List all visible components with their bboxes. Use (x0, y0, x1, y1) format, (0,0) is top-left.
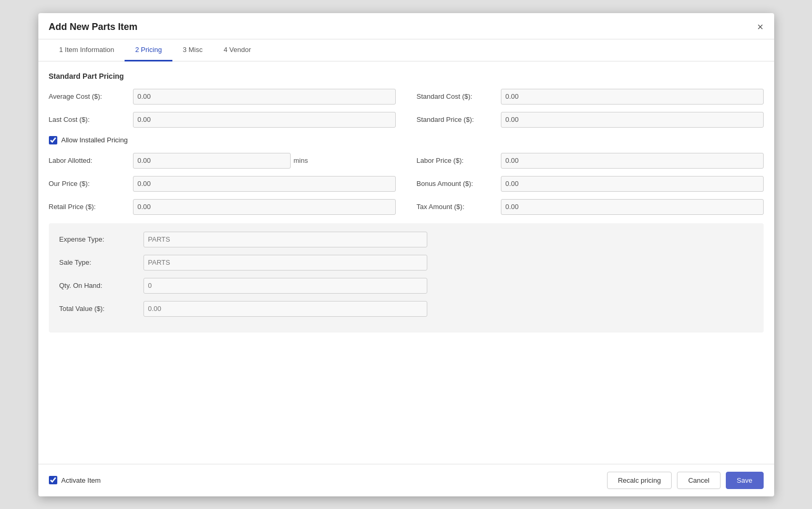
last-cost-col: Last Cost ($): (49, 112, 396, 128)
close-button[interactable]: × (757, 22, 764, 32)
last-cost-input[interactable] (133, 112, 396, 128)
bonus-amount-label: Bonus Amount ($): (417, 180, 501, 188)
standard-price-col: Standard Price ($): (396, 112, 764, 128)
bonus-amount-input[interactable] (501, 176, 764, 192)
tax-amount-input[interactable] (501, 199, 764, 215)
average-cost-col: Average Cost ($): (49, 89, 396, 105)
tab-vendor[interactable]: 4 Vendor (213, 39, 261, 61)
labor-allotted-label: Labor Allotted: (49, 157, 133, 164)
average-cost-label: Average Cost ($): (49, 92, 133, 100)
labor-allotted-input-wrapper: mins (133, 153, 396, 169)
standard-cost-label: Standard Cost ($): (417, 92, 501, 100)
standard-price-label: Standard Price ($): (417, 116, 501, 123)
qty-on-hand-row: Qty. On Hand: (59, 278, 427, 294)
modal-header: Add New Parts Item × (38, 13, 774, 39)
standard-price-input[interactable] (501, 112, 764, 128)
allow-installed-pricing-checkbox[interactable] (49, 136, 57, 144)
retail-price-input[interactable] (133, 199, 396, 215)
standard-cost-input[interactable] (501, 89, 764, 105)
price-row-2: Our Price ($): Bonus Amount ($): (49, 176, 764, 192)
shaded-section: Expense Type: Sale Type: Qty. On Hand: T… (49, 223, 764, 333)
section-title: Standard Part Pricing (49, 72, 764, 80)
save-button[interactable]: Save (726, 472, 764, 489)
price-row-3: Retail Price ($): Tax Amount ($): (49, 199, 764, 215)
labor-allotted-suffix: mins (294, 157, 308, 164)
expense-type-label: Expense Type: (59, 235, 143, 243)
expense-type-input[interactable] (143, 232, 427, 247)
allow-installed-pricing-label: Allow Installed Pricing (61, 136, 128, 144)
expense-type-row: Expense Type: (59, 232, 427, 247)
our-price-col: Our Price ($): (49, 176, 396, 192)
total-value-row: Total Value ($): (59, 301, 427, 317)
modal-container: Add New Parts Item × 1 Item Information … (38, 13, 774, 496)
average-cost-input[interactable] (133, 89, 396, 105)
activate-item-row: Activate Item (49, 476, 101, 484)
qty-on-hand-label: Qty. On Hand: (59, 282, 143, 289)
activate-item-checkbox[interactable] (49, 476, 57, 484)
total-value-label: Total Value ($): (59, 305, 143, 313)
our-price-input[interactable] (133, 176, 396, 192)
labor-price-label: Labor Price ($): (417, 157, 501, 164)
cancel-button[interactable]: Cancel (677, 472, 720, 489)
standard-cost-col: Standard Cost ($): (396, 89, 764, 105)
modal-body: Standard Part Pricing Average Cost ($): … (38, 61, 774, 464)
cost-row-2: Last Cost ($): Standard Price ($): (49, 112, 764, 128)
bonus-amount-col: Bonus Amount ($): (396, 176, 764, 192)
last-cost-label: Last Cost ($): (49, 116, 133, 123)
recalc-pricing-button[interactable]: Recalc pricing (607, 472, 672, 489)
tab-item-information[interactable]: 1 Item Information (49, 39, 125, 61)
qty-on-hand-input[interactable] (143, 278, 427, 294)
sale-type-input[interactable] (143, 255, 427, 271)
our-price-label: Our Price ($): (49, 180, 133, 188)
tab-pricing[interactable]: 2 Pricing (125, 39, 172, 61)
tax-amount-label: Tax Amount ($): (417, 203, 501, 211)
labor-allotted-input[interactable] (133, 153, 291, 169)
tab-bar: 1 Item Information 2 Pricing 3 Misc 4 Ve… (38, 39, 774, 61)
cost-row-1: Average Cost ($): Standard Cost ($): (49, 89, 764, 105)
labor-allotted-col: Labor Allotted: mins (49, 153, 396, 169)
retail-price-col: Retail Price ($): (49, 199, 396, 215)
labor-row-1: Labor Allotted: mins Labor Price ($): (49, 153, 764, 169)
labor-price-input[interactable] (501, 153, 764, 169)
modal-title: Add New Parts Item (49, 22, 138, 33)
tax-amount-col: Tax Amount ($): (396, 199, 764, 215)
tab-misc[interactable]: 3 Misc (172, 39, 213, 61)
modal-footer: Activate Item Recalc pricing Cancel Save (38, 464, 774, 496)
total-value-input[interactable] (143, 301, 427, 317)
allow-installed-pricing-row: Allow Installed Pricing (49, 136, 764, 144)
retail-price-label: Retail Price ($): (49, 203, 133, 211)
sale-type-label: Sale Type: (59, 258, 143, 266)
labor-price-col: Labor Price ($): (396, 153, 764, 169)
footer-buttons: Recalc pricing Cancel Save (607, 472, 764, 489)
activate-item-label: Activate Item (61, 476, 101, 484)
sale-type-row: Sale Type: (59, 255, 427, 271)
